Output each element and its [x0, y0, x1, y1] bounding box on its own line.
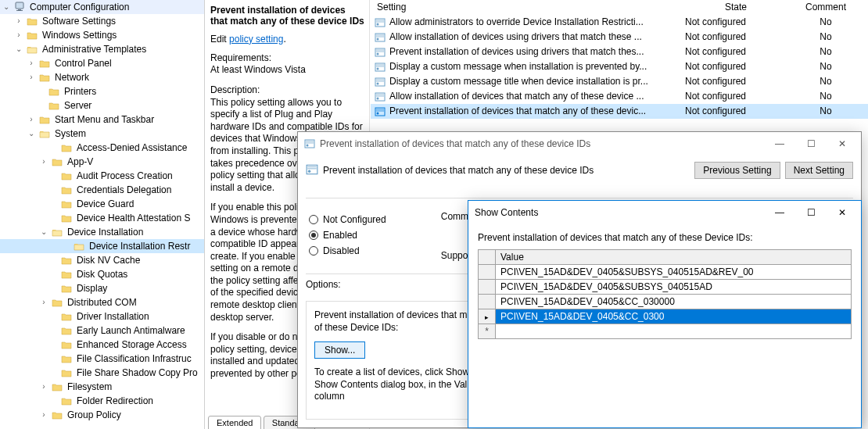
grid-row[interactable]: PCI\VEN_15AD&DEV_0405&SUBSYS_040515AD	[479, 280, 852, 295]
settings-row[interactable]: Allow installation of devices that match…	[371, 89, 868, 104]
setting-comment: No	[787, 30, 865, 45]
folder-icon	[60, 142, 73, 153]
expand-icon[interactable]: ›	[27, 113, 36, 127]
tree-node-audit[interactable]: Audit Process Creation	[0, 169, 204, 183]
tree-node-software-settings[interactable]: ›Software Settings	[0, 14, 204, 28]
expand-icon[interactable]: ›	[27, 56, 36, 70]
setting-comment: No	[787, 45, 865, 59]
tree-node-folder-redir[interactable]: Folder Redirection	[0, 394, 204, 408]
folder-icon	[60, 213, 73, 223]
next-setting-button[interactable]: Next Setting	[785, 162, 853, 179]
maximize-button[interactable]: ☐	[795, 202, 827, 223]
tree-node-creds[interactable]: Credentials Delegation	[0, 183, 204, 197]
settings-row[interactable]: Prevent installation of devices that mat…	[371, 104, 868, 119]
tree-node-printers[interactable]: Printers	[0, 84, 204, 98]
radio-disabled[interactable]: Disabled	[309, 245, 386, 256]
tree-node-enhanced[interactable]: Enhanced Storage Access	[0, 338, 204, 352]
close-button[interactable]: ✕	[827, 133, 858, 155]
tree-node-early-am[interactable]: Early Launch Antimalware	[0, 324, 204, 338]
settings-row[interactable]: Allow administrators to override Device …	[371, 15, 868, 30]
show-button[interactable]: Show...	[314, 341, 365, 359]
tree-node-administrative-templates[interactable]: ⌄Administrative Templates	[0, 42, 204, 56]
tree-node-device-install[interactable]: ⌄Device Installation	[0, 225, 204, 239]
col-state[interactable]: State	[685, 2, 787, 13]
tree-node-group-policy[interactable]: ›Group Policy	[0, 408, 204, 422]
tab-extended[interactable]: Extended	[208, 416, 261, 429]
dialog-titlebar[interactable]: Prevent installation of devices that mat…	[298, 132, 861, 156]
collapse-icon[interactable]: ⌄	[14, 42, 23, 56]
col-setting[interactable]: Setting	[374, 2, 685, 13]
folder-icon	[38, 114, 51, 125]
tree-node-app-v[interactable]: ›App-V	[0, 155, 204, 169]
tree-node-file-share[interactable]: File Share Shadow Copy Pro	[0, 366, 204, 380]
folder-icon	[60, 170, 73, 181]
tree-node-display[interactable]: Display	[0, 281, 204, 295]
expand-icon[interactable]: ›	[14, 14, 23, 28]
row-header[interactable]	[479, 280, 496, 295]
tree-node-computer-configuration[interactable]: ⌄ Computer Configuration	[0, 0, 204, 14]
tree-node-windows-settings[interactable]: ›Windows Settings	[0, 28, 204, 42]
setting-icon	[374, 76, 386, 88]
expand-icon[interactable]: ›	[14, 28, 23, 42]
radio-not-configured[interactable]: Not Configured	[309, 214, 386, 225]
minimize-button[interactable]: —	[764, 202, 795, 223]
maximize-button[interactable]: ☐	[795, 133, 827, 155]
dialog-titlebar[interactable]: Show Contents — ☐ ✕	[468, 201, 861, 224]
row-header[interactable]	[479, 265, 496, 280]
tree-node-start-menu[interactable]: ›Start Menu and Taskbar	[0, 113, 204, 127]
settings-row[interactable]: Display a custom message when installati…	[371, 59, 868, 74]
tree-node-system[interactable]: ⌄System	[0, 127, 204, 141]
column-headers[interactable]: Setting State Comment	[371, 0, 868, 15]
folder-icon	[48, 86, 60, 97]
tree-node-filesystem[interactable]: ›Filesystem	[0, 380, 204, 394]
row-header[interactable]	[479, 324, 496, 339]
value-cell[interactable]: PCI\VEN_15AD&DEV_0405&SUBSYS_040515AD&RE…	[496, 265, 852, 280]
folder-icon	[26, 44, 38, 55]
value-cell[interactable]: PCI\VEN_15AD&DEV_0405&SUBSYS_040515AD	[496, 280, 852, 295]
minimize-button[interactable]: —	[764, 133, 795, 155]
tree-node-device-install-restr[interactable]: Device Installation Restr	[0, 239, 204, 253]
collapse-icon[interactable]: ⌄	[27, 127, 36, 141]
folder-icon	[51, 381, 63, 392]
settings-row[interactable]: Display a custom message title when devi…	[371, 74, 868, 89]
value-cell[interactable]	[496, 324, 852, 339]
tree-node-file-class[interactable]: File Classification Infrastruc	[0, 352, 204, 366]
col-comment[interactable]: Comment	[787, 2, 865, 13]
row-header[interactable]	[479, 309, 496, 324]
setting-state: Not configured	[685, 104, 787, 119]
value-cell[interactable]: PCI\VEN_15AD&DEV_0405&CC_0300	[496, 309, 852, 324]
setting-state: Not configured	[685, 30, 787, 45]
close-button[interactable]: ✕	[827, 202, 858, 223]
tree-node-access-denied[interactable]: Access-Denied Assistance	[0, 141, 204, 155]
folder-icon	[60, 184, 73, 195]
value-grid[interactable]: Value PCI\VEN_15AD&DEV_0405&SUBSYS_04051…	[478, 249, 852, 339]
tree-node-disk-quotas[interactable]: Disk Quotas	[0, 267, 204, 281]
value-cell[interactable]: PCI\VEN_15AD&DEV_0405&CC_030000	[496, 295, 852, 309]
radio-enabled[interactable]: Enabled	[309, 230, 386, 241]
tree-node-disk-nv[interactable]: Disk NV Cache	[0, 253, 204, 267]
grid-caption: Prevent installation of devices that mat…	[478, 232, 852, 243]
tree-node-dist-com[interactable]: ›Distributed COM	[0, 295, 204, 309]
setting-name: Allow installation of devices using driv…	[389, 30, 685, 45]
tree-node-device-health[interactable]: Device Health Attestation S	[0, 211, 204, 225]
edit-policy-link[interactable]: policy setting	[229, 34, 283, 45]
expand-icon[interactable]: ⌄	[2, 0, 11, 14]
tree-node-driver[interactable]: Driver Installation	[0, 309, 204, 324]
grid-row[interactable]: PCI\VEN_15AD&DEV_0405&CC_0300	[479, 309, 852, 324]
grid-row-new[interactable]	[479, 324, 852, 339]
tree-node-control-panel[interactable]: ›Control Panel	[0, 56, 204, 70]
tree-node-network[interactable]: ›Network	[0, 70, 204, 84]
expand-icon[interactable]: ›	[27, 70, 36, 84]
col-value[interactable]: Value	[496, 250, 852, 265]
grid-row[interactable]: PCI\VEN_15AD&DEV_0405&CC_030000	[479, 295, 852, 309]
settings-row[interactable]: Prevent installation of devices using dr…	[371, 45, 868, 59]
grid-row[interactable]: PCI\VEN_15AD&DEV_0405&SUBSYS_040515AD&RE…	[479, 265, 852, 280]
navigation-tree[interactable]: ⌄ Computer Configuration ›Software Setti…	[0, 0, 205, 429]
previous-setting-button[interactable]: Previous Setting	[694, 162, 780, 179]
folder-icon	[60, 283, 73, 294]
settings-row[interactable]: Allow installation of devices using driv…	[371, 30, 868, 45]
tree-node-device-guard[interactable]: Device Guard	[0, 197, 204, 211]
row-header[interactable]	[479, 295, 496, 309]
folder-icon	[51, 156, 63, 167]
tree-node-server[interactable]: Server	[0, 98, 204, 113]
